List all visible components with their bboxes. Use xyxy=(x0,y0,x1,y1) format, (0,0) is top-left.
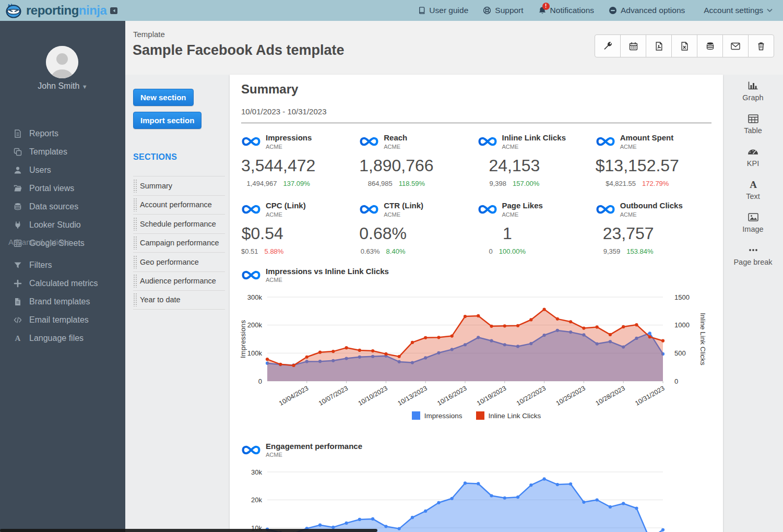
svg-text:10/10/2023: 10/10/2023 xyxy=(357,384,389,407)
widget-kpi[interactable]: KPI xyxy=(723,140,783,173)
kpi-value: $13,152.57 xyxy=(596,156,679,175)
chevron-down-icon: ▼ xyxy=(82,84,88,90)
section-item-label: Audience performance xyxy=(140,277,216,285)
kpi-change: 5.88% xyxy=(265,247,284,255)
kpi-amount-spent[interactable]: Amount SpentACME $13,152.57 $4,821.55172… xyxy=(596,131,714,199)
section-item-audience-performance[interactable]: Audience performance xyxy=(133,271,225,291)
svg-text:0: 0 xyxy=(258,377,262,385)
breadcrumb: Template xyxy=(133,30,165,39)
kpi-account: ACME xyxy=(266,144,312,150)
drag-handle-icon[interactable] xyxy=(133,236,137,250)
export-pdf-button[interactable] xyxy=(646,34,672,57)
table-icon xyxy=(748,113,758,124)
widget-table[interactable]: Table xyxy=(723,108,783,140)
page-title: Sample Facebook Ads template xyxy=(133,42,345,58)
horizontal-scrollbar-thumb[interactable] xyxy=(0,529,377,532)
kpi-inline-link-clicks[interactable]: Inline Link ClicksACME 24,153 9,398157.0… xyxy=(478,131,596,199)
kpi-reach[interactable]: ReachACME 1,890,766 864,985118.59% xyxy=(359,131,477,199)
widget-graph[interactable]: Graph xyxy=(723,75,783,107)
engagement-performance-chart: 10k20k30k xyxy=(230,465,723,532)
account-settings-menu[interactable]: Account settings xyxy=(704,6,773,15)
email-button[interactable] xyxy=(722,34,749,57)
kpi-account: ACME xyxy=(620,211,683,218)
sidebar-item-users[interactable]: Users xyxy=(0,161,125,179)
advanced-options-button[interactable]: Advanced options xyxy=(609,6,685,15)
top-bar: reportingninja User guide Notifications … xyxy=(0,0,783,21)
drag-handle-icon[interactable] xyxy=(133,179,137,193)
kpi-impressions[interactable]: ImpressionsACME 3,544,472 1,494,967137.0… xyxy=(241,131,359,199)
sidebar-item-data-sources[interactable]: Data sources xyxy=(0,197,125,216)
svg-text:10/28/2023: 10/28/2023 xyxy=(595,384,626,407)
section-item-label: Schedule performance xyxy=(140,220,216,228)
widget-image[interactable]: Image xyxy=(723,206,783,239)
collapse-sidebar-icon[interactable] xyxy=(110,7,118,15)
drag-handle-icon[interactable] xyxy=(133,198,137,211)
kpi-previous: 9,398 xyxy=(490,180,507,187)
image-icon xyxy=(748,211,758,223)
sidebar-item-portal-views[interactable]: Portal views xyxy=(0,179,125,197)
kpi-cpc-link[interactable]: CPC (Link)ACME $0.54 $0.515.88% xyxy=(241,199,359,267)
top-nav: User guide Notifications Support ! Notif… xyxy=(418,6,783,15)
kpi-change: 8.40% xyxy=(386,247,406,255)
widget-page-break[interactable]: Page break xyxy=(723,239,783,271)
kpi-value: 24,153 xyxy=(489,156,540,175)
sidebar-item-brand-templates[interactable]: Brand templates xyxy=(0,292,125,311)
data-button[interactable] xyxy=(697,34,723,57)
delete-button[interactable] xyxy=(748,34,774,57)
sidebar-item-calculated-metrics[interactable]: Calculated metrics xyxy=(0,274,125,292)
section-item-account-performance[interactable]: Account performance xyxy=(133,195,225,215)
kpi-label: Inline Link Clicks xyxy=(502,133,566,142)
new-section-button[interactable]: New section xyxy=(133,89,194,106)
user-name: John Smith xyxy=(38,81,79,90)
section-item-year-to-date[interactable]: Year to date xyxy=(133,290,225,310)
user-guide-button[interactable]: User guide xyxy=(418,6,468,15)
drag-handle-icon[interactable] xyxy=(133,274,137,288)
widget-text[interactable]: A Text xyxy=(723,173,783,206)
sidebar-item-label: Language files xyxy=(29,334,84,343)
report-canvas: Summary 10/01/2023 - 10/31/2023 Impressi… xyxy=(230,75,723,532)
user-menu[interactable]: John Smith ▼ xyxy=(0,81,125,91)
ellipsis-icon xyxy=(748,244,758,256)
gauge-icon xyxy=(748,146,758,157)
export-excel-button[interactable] xyxy=(671,34,697,57)
brand-logo[interactable]: reportingninja xyxy=(0,2,118,19)
sidebar-item-looker-studio[interactable]: Looker Studio xyxy=(0,216,125,234)
section-item-campaign-performance[interactable]: Campaign performance xyxy=(133,233,225,253)
plus-icon xyxy=(14,279,22,288)
svg-text:10/25/2023: 10/25/2023 xyxy=(555,384,587,407)
svg-text:A: A xyxy=(15,334,21,342)
sidebar-item-language-files[interactable]: A Language files xyxy=(0,329,125,347)
chart-legend: Impressions Inline Link Clicks xyxy=(230,411,723,420)
kpi-account: ACME xyxy=(266,211,306,218)
kpi-outbound-clicks[interactable]: Outbound ClicksACME 23,757 9,359153.84% xyxy=(596,199,714,267)
sidebar: John Smith ▼ Reports Templates Users Por… xyxy=(0,21,125,532)
support-button[interactable]: Notifications Support xyxy=(483,6,523,15)
svg-text:Impressions: Impressions xyxy=(239,320,247,358)
svg-text:500: 500 xyxy=(674,349,686,357)
sidebar-item-email-templates[interactable]: Email templates xyxy=(0,311,125,329)
drag-handle-icon[interactable] xyxy=(133,255,137,269)
schedule-button[interactable] xyxy=(620,34,646,57)
section-item-summary[interactable]: Summary xyxy=(133,176,225,195)
widget-label: Page break xyxy=(733,258,772,266)
drag-handle-icon[interactable] xyxy=(133,217,137,231)
sidebar-item-filters[interactable]: Filters xyxy=(0,256,125,274)
legend-impressions: Impressions xyxy=(412,411,462,420)
section-item-geo-performance[interactable]: Geo performance xyxy=(133,252,225,271)
section-item-schedule-performance[interactable]: Schedule performance xyxy=(133,214,225,233)
kpi-page-likes[interactable]: Page LikesACME 1 0100.00% xyxy=(478,199,596,267)
drag-handle-icon[interactable] xyxy=(133,293,137,306)
user-guide-label: User guide xyxy=(429,6,468,15)
sidebar-item-reports[interactable]: Reports xyxy=(0,124,125,143)
sidebar-item-label: Email templates xyxy=(29,315,89,325)
kpi-grid: ImpressionsACME 3,544,472 1,494,967137.0… xyxy=(241,131,714,267)
chart-subtitle: ACME xyxy=(266,452,362,458)
settings-button[interactable] xyxy=(595,34,621,57)
kpi-ctr-link[interactable]: CTR (Link)ACME 0.68% 0.63%8.40% xyxy=(359,199,477,267)
avatar[interactable] xyxy=(46,46,78,78)
sidebar-item-templates[interactable]: Templates xyxy=(0,143,125,161)
notifications-button[interactable]: ! Notifications xyxy=(538,6,594,15)
svg-text:0: 0 xyxy=(674,377,678,385)
app-window: reportingninja User guide Notifications … xyxy=(0,0,783,532)
import-section-button[interactable]: Import section xyxy=(133,112,201,129)
